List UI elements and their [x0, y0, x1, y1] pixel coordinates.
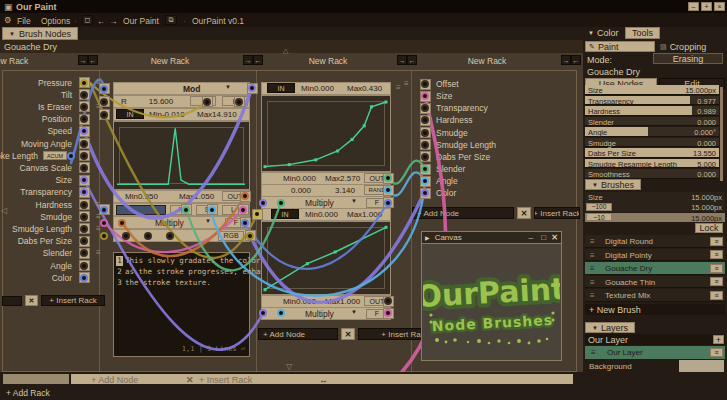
curve1-out-port[interactable]: [383, 173, 394, 184]
input-port[interactable]: [79, 77, 90, 88]
output-port[interactable]: [420, 151, 431, 162]
rack-arrow-left-icon[interactable]: ←: [88, 55, 98, 65]
curve2-mode-label[interactable]: Multiply: [305, 309, 334, 319]
input-port[interactable]: [79, 223, 90, 234]
brush-menu-icon[interactable]: ≡: [710, 264, 723, 273]
insert-rack-button[interactable]: + Insert Rack: [534, 207, 580, 219]
rack-arrow-left-icon[interactable]: ←: [571, 55, 581, 65]
add-rack-row[interactable]: + Add Rack: [0, 386, 583, 400]
tool-slider[interactable]: Angle0.000°: [585, 127, 719, 137]
window-mode-icon[interactable]: ◻: [82, 15, 93, 25]
input-port[interactable]: [79, 236, 90, 247]
tool-slider[interactable]: Smudge Resample Length5.000: [585, 159, 719, 169]
output-port[interactable]: [420, 188, 431, 199]
dropdown-arrow-icon[interactable]: ▼: [351, 309, 357, 315]
hsl-sub-port[interactable]: [99, 230, 110, 241]
tool-slider[interactable]: Size15.000px: [585, 85, 719, 95]
curve2-in-port[interactable]: [252, 209, 263, 220]
input-port[interactable]: [79, 260, 90, 271]
tool-slider[interactable]: Smudge0.000: [585, 138, 719, 148]
mod-f-port[interactable]: [234, 96, 245, 107]
nav-tab-our-paint[interactable]: Our Paint: [123, 16, 159, 26]
curve1-rand-port[interactable]: [383, 185, 394, 196]
hsl-f-port[interactable]: [240, 217, 251, 228]
float-window-icon[interactable]: ⧉: [165, 15, 177, 25]
curve2-mode-port[interactable]: [258, 308, 269, 319]
drag-handle-icon[interactable]: ≡: [591, 348, 596, 357]
h-port[interactable]: [181, 204, 192, 215]
brush-size-row[interactable]: Size15.000px: [585, 192, 725, 202]
input-port[interactable]: [79, 150, 90, 161]
output-port[interactable]: [420, 79, 431, 90]
s-port[interactable]: [207, 204, 218, 215]
tool-slider[interactable]: Slender0.000: [585, 117, 719, 127]
add-node-button[interactable]: + Add Node: [412, 207, 514, 219]
output-port[interactable]: [420, 91, 431, 102]
node-grip-icon[interactable]: ≡: [404, 80, 409, 88]
brush-list-item[interactable]: ≡Gouache Thin≡: [585, 276, 725, 289]
dropdown-arrow-icon[interactable]: ▼: [351, 198, 357, 204]
maximize-button[interactable]: +: [701, 2, 712, 11]
mod-r-value[interactable]: 15.600: [137, 97, 185, 106]
scrollbar-segment[interactable]: [3, 374, 69, 384]
hsl-port[interactable]: [117, 217, 128, 228]
row-grip-icon[interactable]: ≡: [96, 249, 101, 257]
curve2-f-port[interactable]: [383, 308, 394, 319]
hsl-sub-port[interactable]: [121, 230, 132, 241]
add-node-button[interactable]: + Add Node: [258, 328, 338, 340]
menu-file[interactable]: File: [17, 16, 31, 26]
rack-arrow-right-icon[interactable]: →: [397, 55, 407, 65]
curve1-f-port[interactable]: [383, 197, 394, 208]
mod-i-port[interactable]: [202, 96, 213, 107]
input-port[interactable]: [79, 248, 90, 259]
node-grip-icon[interactable]: ≡: [396, 84, 401, 92]
tool-slider[interactable]: Smoothness0.000: [585, 169, 719, 179]
note-node[interactable]: 1This slowly gradates the color2as the s…: [113, 252, 250, 357]
in-chip[interactable]: IN: [267, 83, 295, 93]
input-free-port[interactable]: [66, 150, 77, 161]
brush-menu-icon[interactable]: ≡: [710, 237, 723, 246]
input-port[interactable]: [79, 199, 90, 210]
curve1-in-port[interactable]: [247, 83, 258, 94]
collapse-up-icon[interactable]: △: [283, 47, 288, 55]
add-layer-button[interactable]: +: [713, 335, 724, 344]
input-port[interactable]: [79, 162, 90, 173]
tab-brushes[interactable]: ▼ Brushes: [585, 179, 641, 190]
close-button[interactable]: ×: [714, 2, 725, 11]
output-port[interactable]: [420, 164, 431, 175]
paint-tool-button[interactable]: ✎ Paint: [585, 41, 655, 52]
canvas-minimize-icon[interactable]: –: [529, 233, 533, 242]
drag-handle-icon[interactable]: ≡: [590, 237, 595, 246]
input-port[interactable]: [79, 114, 90, 125]
brush-size-row[interactable]: ~10015.000px: [585, 202, 725, 212]
lock-button[interactable]: Lock: [695, 223, 723, 233]
drag-handle-icon[interactable]: ≡: [590, 251, 595, 260]
brush-list-item[interactable]: ≡Textured Mix≡: [585, 289, 725, 302]
scrollbar-handle[interactable]: + Add Node ✕ + Insert Rack ↔: [71, 374, 573, 384]
tool-slider[interactable]: Hardness0.989: [585, 106, 719, 116]
curve1-mode-port[interactable]: [276, 197, 287, 208]
horizontal-scrollbar[interactable]: + Add Node ✕ + Insert Rack ↔: [0, 372, 583, 386]
hsl-sub-port[interactable]: [165, 230, 176, 241]
in-chip[interactable]: IN: [116, 109, 144, 119]
hsl-sub-port[interactable]: [143, 230, 154, 241]
minimize-button[interactable]: –: [688, 2, 699, 11]
input-port[interactable]: [79, 211, 90, 222]
brush-menu-icon[interactable]: ≡: [710, 291, 723, 300]
tab-layers[interactable]: ▼ Layers: [585, 322, 635, 333]
rack-arrow-right-icon[interactable]: →: [78, 55, 88, 65]
input-port[interactable]: [79, 89, 90, 100]
brush-list-item[interactable]: ≡Digital Round≡: [585, 235, 725, 248]
size-chip[interactable]: ~10: [586, 213, 612, 221]
brush-menu-icon[interactable]: ≡: [710, 250, 723, 259]
l-port[interactable]: [238, 204, 249, 215]
collapse-down-icon[interactable]: ▽: [286, 362, 292, 371]
output-port[interactable]: [420, 176, 431, 187]
curve2-mode-port[interactable]: [276, 308, 287, 319]
hsl-port[interactable]: [99, 217, 110, 228]
close-node-button[interactable]: ✕: [517, 207, 531, 219]
rack-arrow-left-icon[interactable]: ←: [407, 55, 417, 65]
menu-options[interactable]: Options: [41, 16, 70, 26]
close-node-button[interactable]: ✕: [25, 295, 38, 306]
rand-b-value[interactable]: 3.140: [335, 186, 355, 195]
